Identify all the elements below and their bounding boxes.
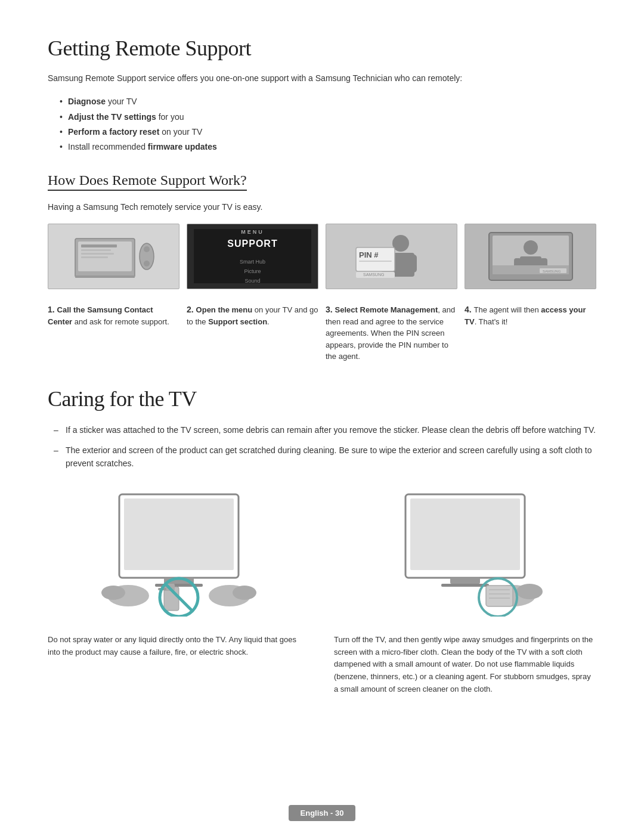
bullet-item-3: Perform a factory reset on your TV [60, 125, 596, 140]
step4-bold: access your TV [465, 305, 586, 326]
caring-img-left [48, 488, 310, 620]
caring-dash-list: If a sticker was attached to the TV scre… [54, 423, 596, 470]
step3-image: PIN # SAMSUNG [326, 224, 457, 289]
step1-bold: Call the Samsung Contact Center [48, 305, 153, 326]
page-footer: English - 30 [0, 805, 644, 821]
step2-image: MENU SUPPORT Smart Hub Picture Sound [187, 224, 318, 289]
bullet-item-2: Adjust the TV settings for you [60, 110, 596, 125]
bullet-bold-2: Adjust the TV settings [68, 112, 156, 122]
steps-text-row: 1. Call the Samsung Contact Center and a… [48, 304, 596, 363]
step2-support-label: SUPPORT [227, 239, 277, 249]
step1-text: 1. Call the Samsung Contact Center and a… [48, 304, 179, 363]
cloth-wipe-illustration [382, 491, 549, 617]
svg-text:PIN #: PIN # [359, 250, 379, 259]
bullet-bold-1: Diagnose [68, 97, 106, 106]
svg-rect-4 [81, 253, 114, 255]
svg-rect-42 [410, 498, 520, 570]
step2-menu-label: MENU [241, 229, 264, 235]
step3-text: 3. Select Remote Management, and then re… [326, 304, 457, 363]
caring-bullet-1: If a sticker was attached to the TV scre… [54, 423, 596, 436]
svg-rect-29 [124, 498, 234, 570]
svg-rect-2 [81, 244, 117, 247]
page-number-badge: English - 30 [289, 805, 356, 821]
subsection-title: How Does Remote Support Work? [48, 172, 247, 191]
bullet-list: Diagnose your TV Adjust the TV settings … [60, 94, 596, 154]
svg-rect-43 [450, 578, 480, 584]
caring-caption-right: Turn off the TV, and then gently wipe aw… [334, 634, 596, 696]
step4-text: 4. The agent will then access your TV. T… [465, 304, 596, 363]
caring-captions-row: Do not spray water or any liquid directl… [48, 634, 596, 696]
section1-title: Getting Remote Support [48, 36, 596, 61]
bullet-bold-3: Perform a factory reset [68, 127, 159, 137]
caring-images-row [48, 488, 596, 620]
step4-num: 4. [465, 305, 474, 314]
page-container: Getting Remote Support Samsung Remote Su… [0, 0, 644, 744]
svg-text:SAMSUNG: SAMSUNG [543, 270, 561, 273]
steps-images-row: MENU SUPPORT Smart Hub Picture Sound [48, 224, 596, 289]
step2-inner: MENU SUPPORT Smart Hub Picture Sound [194, 229, 311, 284]
svg-point-33 [101, 586, 125, 600]
svg-rect-16 [359, 261, 392, 262]
svg-point-46 [516, 584, 543, 599]
step2-menu-item-2: Picture [244, 268, 261, 274]
caring-section: Caring for the TV If a sticker was attac… [48, 386, 596, 696]
step4-image: SAMSUNG [465, 224, 596, 289]
step2-bold-end: Support section [208, 317, 267, 326]
step3-select-label: Select Remote Management [335, 305, 438, 314]
caring-title: Caring for the TV [48, 386, 596, 411]
step2-menu-item-1: Smart Hub [240, 259, 265, 265]
svg-point-8 [144, 246, 150, 252]
bullet-bold-4: firmware updates [148, 142, 217, 151]
svg-rect-13 [410, 255, 417, 272]
step2-menu-item-3: Sound [244, 278, 260, 284]
step1-image [48, 224, 179, 289]
svg-rect-47 [486, 586, 513, 606]
section1-intro: Samsung Remote Support service offers yo… [48, 72, 596, 85]
svg-rect-5 [81, 256, 108, 258]
step3-num: 3. [326, 305, 335, 314]
caring-img-right [334, 488, 596, 620]
caring-bullet-2: The exterior and screen of the product c… [54, 444, 596, 470]
caring-caption-left: Do not spray water or any liquid directl… [48, 634, 310, 696]
svg-point-21 [524, 240, 538, 255]
step2-num: 2. [187, 305, 196, 314]
svg-text:SAMSUNG: SAMSUNG [363, 272, 384, 277]
svg-rect-6 [75, 275, 135, 278]
step3-illustration: PIN # SAMSUNG [344, 227, 439, 286]
svg-rect-3 [81, 249, 111, 251]
step2-text: 2. Open the menu on your TV and go to th… [187, 304, 318, 363]
svg-point-35 [233, 586, 256, 600]
no-spray-illustration [95, 491, 262, 617]
step1-illustration [66, 227, 162, 286]
subsection-intro: Having a Samsung Tech remotely service y… [48, 200, 596, 213]
step4-illustration: SAMSUNG [483, 227, 578, 286]
bullet-item-1: Diagnose your TV [60, 94, 596, 109]
svg-point-9 [144, 261, 150, 267]
step1-num: 1. [48, 305, 57, 314]
step2-bold: Open the menu [196, 305, 253, 314]
bullet-item-4: Install recommended firmware updates [60, 140, 596, 154]
how-section: How Does Remote Support Work? Having a S… [48, 172, 596, 362]
